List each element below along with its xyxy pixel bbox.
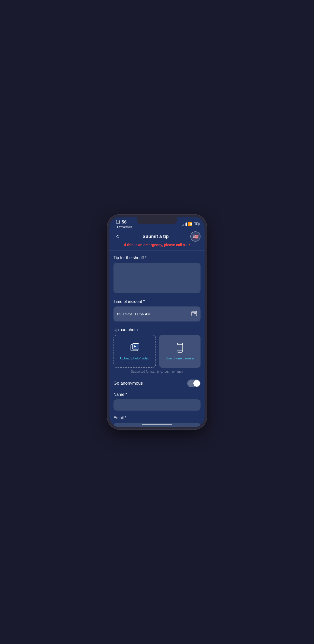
- email-label: Email *: [113, 416, 201, 420]
- use-camera-button[interactable]: Use phone camera: [159, 335, 201, 368]
- form-content: Tip for the sheriff * Time of incident *…: [109, 250, 205, 427]
- upload-photo-button[interactable]: Upload photo/ video: [113, 335, 156, 368]
- status-right: 📶 66: [182, 222, 198, 226]
- tip-label: Tip for the sheriff *: [113, 256, 201, 260]
- date-field[interactable]: 03-14-24, 11:56 AM: [113, 306, 201, 321]
- status-bar: 11:56 ◄ WhatsApp 📶 66: [109, 217, 205, 229]
- use-camera-label: Use phone camera: [166, 356, 194, 360]
- anonymous-toggle[interactable]: [187, 380, 201, 387]
- battery-level: 66: [195, 223, 197, 226]
- back-button[interactable]: <: [113, 232, 121, 241]
- anonymous-row: Go anonymous: [113, 380, 201, 387]
- name-input[interactable]: [113, 399, 201, 411]
- time-label: Time of incident *: [113, 299, 201, 304]
- svg-rect-8: [194, 315, 195, 315]
- battery-indicator: 66: [194, 222, 198, 226]
- emergency-text: If this is an emergency, please call 911…: [113, 243, 201, 247]
- wifi-icon: 📶: [188, 222, 192, 226]
- svg-rect-7: [193, 315, 193, 315]
- svg-rect-4: [193, 313, 193, 314]
- flag-icon: 🇺🇸: [192, 233, 199, 240]
- status-carrier: ◄ WhatsApp: [116, 225, 132, 228]
- svg-rect-6: [195, 313, 196, 314]
- home-indicator: [142, 424, 172, 425]
- flag-button[interactable]: 🇺🇸: [190, 231, 201, 242]
- app-header: < Submit a tip 🇺🇸 If this is an emergenc…: [109, 229, 205, 250]
- svg-rect-5: [194, 313, 195, 314]
- calendar-icon: [191, 311, 197, 317]
- svg-point-15: [179, 351, 180, 352]
- signal-bar-1: [182, 225, 183, 226]
- signal-bar-3: [185, 223, 185, 226]
- toggle-knob: [193, 380, 200, 387]
- header-nav: < Submit a tip 🇺🇸: [113, 231, 201, 242]
- upload-photo-icon: [129, 343, 140, 354]
- upload-section: Upload photo Upl: [113, 328, 201, 373]
- name-label: Name *: [113, 392, 201, 397]
- screen: 11:56 ◄ WhatsApp 📶 66 < Submit a: [109, 217, 205, 427]
- camera-phone-icon: [176, 343, 183, 354]
- anonymous-label: Go anonymous: [113, 381, 143, 386]
- tip-input[interactable]: [113, 263, 201, 293]
- email-input[interactable]: [113, 423, 201, 427]
- signal-bars: [182, 222, 187, 226]
- header-title: Submit a tip: [121, 234, 190, 239]
- upload-buttons: Upload photo/ video Use phone c: [113, 335, 201, 368]
- phone-frame: 11:56 ◄ WhatsApp 📶 66 < Submit a: [107, 215, 207, 429]
- status-left: 11:56 ◄ WhatsApp: [116, 220, 132, 228]
- signal-bar-4: [186, 222, 187, 226]
- date-value: 03-14-24, 11:56 AM: [117, 312, 151, 316]
- signal-bar-2: [183, 224, 184, 226]
- upload-label: Upload photo: [113, 328, 201, 332]
- supported-format-text: Supported format : png, jpg, mp4, mov: [113, 370, 201, 373]
- status-time: 11:56: [116, 220, 132, 225]
- upload-photo-label: Upload photo/ video: [120, 356, 150, 360]
